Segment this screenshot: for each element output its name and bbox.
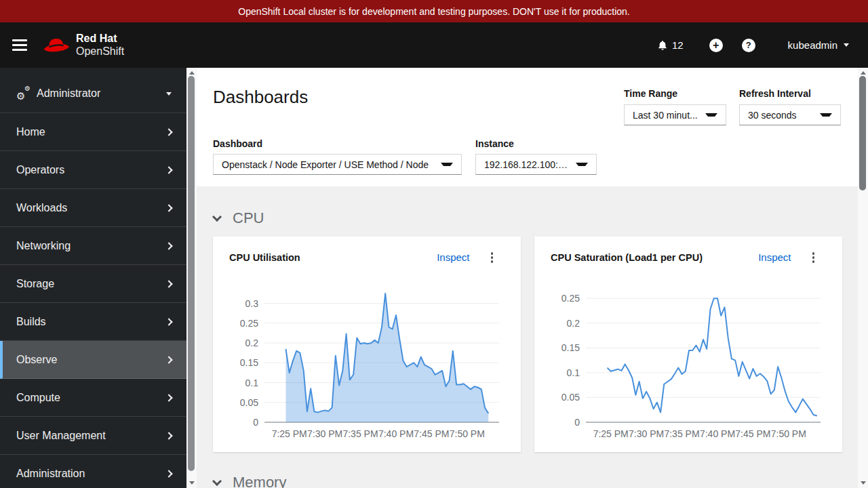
nav-toggle-button[interactable]	[12, 39, 27, 51]
user-menu[interactable]: kubeadmin	[788, 39, 849, 51]
sidebar-item-label: Networking	[16, 240, 71, 252]
sidebar-item-label: Administration	[16, 468, 85, 480]
page-title: Dashboards	[213, 87, 308, 108]
svg-text:0.2: 0.2	[245, 338, 259, 348]
notifications-button[interactable]: 12	[657, 39, 684, 51]
svg-text:0.05: 0.05	[240, 396, 258, 407]
brand-logo[interactable]: Red Hat OpenShift	[42, 33, 124, 58]
sidebar-item-label: Operators	[16, 164, 64, 176]
cpu-utilisation-chart: 00.050.10.150.20.250.37:25 PM7:30 PM7:35…	[229, 283, 505, 443]
kebab-menu-button[interactable]	[489, 250, 496, 265]
card-title: CPU Utilisation	[229, 252, 300, 263]
dashboard-select[interactable]: Openstack / Node Exporter / USE Method /…	[213, 154, 462, 175]
svg-text:0.1: 0.1	[567, 367, 580, 378]
scroll-down-arrow-icon[interactable]	[189, 481, 195, 485]
svg-text:0.1: 0.1	[245, 377, 259, 388]
sidebar-item-networking[interactable]: Networking	[0, 227, 186, 265]
brand-text: Red Hat OpenShift	[76, 33, 124, 58]
chevron-right-icon	[165, 318, 172, 325]
collapse-section-button[interactable]	[213, 478, 222, 487]
page-header: Dashboards Time Range Last 30 minut... R…	[197, 68, 858, 186]
caret-down-icon	[844, 43, 849, 47]
redhat-fedora-icon	[42, 35, 71, 55]
main-content: Dashboards Time Range Last 30 minut... R…	[197, 68, 858, 488]
svg-text:0: 0	[574, 417, 580, 428]
svg-text:0.25: 0.25	[561, 293, 580, 304]
sidebar-item-storage[interactable]: Storage	[0, 265, 186, 303]
cogs-icon: ⚙⚙	[16, 87, 31, 100]
svg-text:7:30 PM: 7:30 PM	[629, 428, 664, 439]
sidebar-item-builds[interactable]: Builds	[0, 303, 186, 341]
caret-down-icon	[441, 163, 453, 166]
chevron-right-icon	[165, 470, 172, 477]
caret-down-icon	[576, 163, 588, 166]
chevron-right-icon	[165, 166, 172, 174]
chevron-right-icon	[165, 280, 172, 287]
sidebar-nav: ⚙⚙ Administrator Home Operators Workload…	[0, 68, 186, 488]
dashboard-label: Dashboard	[213, 138, 262, 149]
instance-label: Instance	[475, 138, 514, 149]
card-header: CPU Utilisation Inspect	[229, 250, 505, 265]
plus-icon: +	[713, 39, 719, 52]
svg-text:7:35 PM: 7:35 PM	[342, 428, 378, 439]
help-button[interactable]: ?	[742, 39, 755, 52]
scroll-down-arrow-icon[interactable]	[861, 481, 866, 485]
svg-text:7:25 PM: 7:25 PM	[272, 428, 307, 439]
chevron-right-icon	[165, 394, 172, 401]
instance-select[interactable]: 192.168.122.100:9100	[475, 154, 597, 175]
collapse-section-button[interactable]	[213, 214, 222, 223]
chevron-right-icon	[165, 204, 172, 211]
content-scrollbar[interactable]	[858, 68, 868, 488]
section-title: CPU	[233, 209, 264, 227]
card-header: CPU Saturation (Load1 per CPU) Inspect	[551, 250, 826, 265]
refresh-interval-select[interactable]: 30 seconds	[739, 104, 841, 125]
cpu-saturation-chart: 00.050.10.150.20.257:25 PM7:30 PM7:35 PM…	[551, 283, 826, 443]
card-actions: Inspect	[758, 250, 816, 265]
add-button[interactable]: +	[709, 39, 723, 52]
svg-text:0.15: 0.15	[561, 342, 580, 353]
sidebar-scrollbar-thumb[interactable]	[188, 76, 195, 471]
sidebar-scrollbar[interactable]	[186, 68, 197, 488]
svg-text:0: 0	[253, 417, 258, 428]
chevron-right-icon	[165, 128, 172, 136]
svg-text:0.2: 0.2	[567, 317, 580, 328]
brand-line2: OpenShift	[76, 45, 124, 58]
sidebar-item-administration[interactable]: Administration	[0, 455, 186, 488]
svg-text:0.3: 0.3	[245, 298, 259, 308]
chevron-right-icon	[165, 242, 172, 249]
sidebar-item-home[interactable]: Home	[0, 113, 186, 151]
chevron-down-icon	[212, 476, 222, 486]
chevron-down-icon	[212, 212, 222, 222]
svg-text:7:40 PM: 7:40 PM	[700, 428, 735, 439]
banner-text: OpenShift Local cluster is for developme…	[238, 6, 630, 17]
sidebar-item-label: Builds	[16, 316, 46, 328]
card-title: CPU Saturation (Load1 per CPU)	[551, 252, 703, 263]
perspective-switcher[interactable]: ⚙⚙ Administrator	[0, 75, 186, 113]
sidebar-item-label: Storage	[16, 278, 54, 290]
refresh-interval-value: 30 seconds	[748, 110, 804, 121]
kebab-menu-button[interactable]	[810, 250, 817, 265]
content-scrollbar-thumb[interactable]	[859, 76, 866, 190]
scroll-up-arrow-icon[interactable]	[189, 71, 195, 75]
refresh-interval-label: Refresh Interval	[739, 88, 811, 99]
sidebar-item-user-management[interactable]: User Management	[0, 417, 186, 455]
svg-text:0.25: 0.25	[240, 317, 258, 328]
openshift-console: OpenShift Local cluster is for developme…	[0, 0, 868, 488]
scroll-up-arrow-icon[interactable]	[861, 71, 866, 75]
sidebar-item-observe[interactable]: Observe	[0, 341, 186, 379]
sidebar-item-operators[interactable]: Operators	[0, 151, 186, 189]
sidebar-item-compute[interactable]: Compute	[0, 379, 186, 417]
sidebar-item-label: User Management	[16, 430, 106, 442]
svg-text:7:30 PM: 7:30 PM	[307, 428, 342, 439]
sidebar-item-workloads[interactable]: Workloads	[0, 189, 186, 227]
instance-value: 192.168.122.100:9100	[484, 159, 576, 170]
cpu-utilisation-card: CPU Utilisation Inspect 00.050.10.150.20…	[213, 237, 521, 452]
time-range-select[interactable]: Last 30 minut...	[624, 104, 726, 125]
username: kubeadmin	[788, 39, 837, 51]
svg-text:7:50 PM: 7:50 PM	[450, 428, 485, 439]
dashboard-body: CPU CPU Utilisation Inspect 00.050.10.15…	[197, 186, 858, 488]
inspect-link[interactable]: Inspect	[437, 251, 469, 263]
sidebar-item-label: Workloads	[16, 202, 67, 214]
svg-text:7:50 PM: 7:50 PM	[771, 428, 806, 439]
inspect-link[interactable]: Inspect	[758, 251, 791, 263]
